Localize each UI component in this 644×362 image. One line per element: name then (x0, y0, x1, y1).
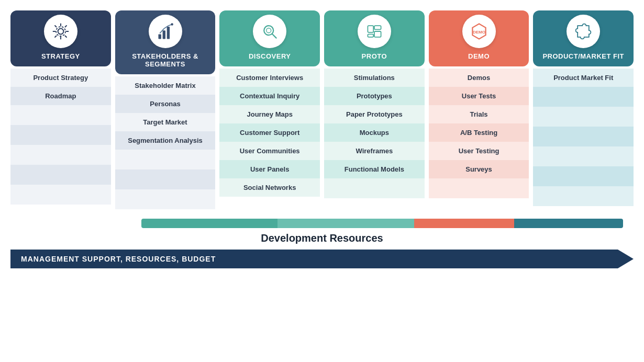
main-container: STRATEGY Product Strategy Roadmap (0, 0, 644, 268)
list-item (533, 107, 634, 127)
svg-rect-12 (368, 34, 373, 37)
svg-rect-4 (166, 27, 169, 39)
proto-items: Stimulations Prototypes Paper Prototypes… (324, 69, 425, 198)
list-item: Social Networks (219, 178, 320, 197)
svg-rect-11 (374, 31, 381, 37)
svg-rect-2 (158, 34, 161, 39)
proto-title: PROTO (359, 48, 391, 61)
discovery-title: DISCOVERY (246, 48, 294, 61)
pmf-items: Product Market Fit (533, 69, 634, 206)
svg-point-8 (267, 28, 271, 33)
list-item (533, 146, 634, 166)
arrow-bar: MANAGEMENT SUPPORT, RESOURCES, BUDGET (10, 250, 634, 268)
pb-segment-1 (141, 219, 277, 228)
pmf-title: PRODUCT/MARKET FIT (539, 48, 627, 61)
list-item: Stakeholder Matrix (115, 76, 216, 95)
list-item (115, 189, 216, 209)
list-item: Functional Models (324, 160, 425, 178)
list-item: Customer Support (219, 123, 320, 142)
list-item: Product Market Fit (533, 69, 634, 87)
col-header-stakeholders: STAKEHOLDERS & SEGMENTS (115, 10, 216, 74)
icon-circle-strategy (44, 15, 77, 48)
puzzle-icon (574, 22, 593, 41)
list-item: Surveys (429, 160, 529, 178)
pb-segment-3 (414, 219, 514, 228)
list-item: User Tests (429, 87, 529, 105)
column-discovery: DISCOVERY Customer Interviews Contextual… (219, 10, 320, 197)
list-item: Prototypes (324, 87, 425, 105)
column-strategy: STRATEGY Product Strategy Roadmap (10, 10, 111, 205)
col-header-demo: DEMO DEMO (429, 10, 529, 66)
icon-circle-discovery (253, 15, 286, 48)
list-item: Personas (115, 95, 216, 113)
gear-icon (51, 22, 70, 41)
stakeholders-items: Stakeholder Matrix Personas Target Marke… (115, 76, 216, 209)
list-item (533, 87, 634, 107)
svg-point-0 (58, 29, 63, 35)
list-item (10, 165, 111, 185)
demo-title: DEMO (465, 48, 493, 61)
demo-items: Demos User Tests Trials A/B Testing User… (429, 69, 529, 198)
pb-segment-2 (277, 219, 414, 228)
svg-rect-3 (162, 30, 165, 39)
column-stakeholders: STAKEHOLDERS & SEGMENTS Stakeholder Matr… (115, 10, 216, 209)
icon-circle-stakeholders (149, 15, 182, 48)
svg-point-5 (171, 23, 173, 26)
list-item: Wireframes (324, 142, 425, 160)
column-demo: DEMO DEMO Demos User Tests Trials A/B Te… (429, 10, 529, 198)
column-pmf: PRODUCT/MARKET FIT Product Market Fit (533, 10, 634, 206)
col-header-discovery: DISCOVERY (219, 10, 320, 66)
svg-rect-9 (368, 26, 373, 32)
arrow-bar-label: MANAGEMENT SUPPORT, RESOURCES, BUDGET (21, 255, 216, 263)
list-item: User Testing (429, 142, 529, 160)
svg-line-7 (272, 34, 276, 38)
list-item: Journey Maps (219, 105, 320, 123)
proto-icon (365, 22, 384, 41)
list-item: Segmentation Analysis (115, 131, 216, 150)
chart-icon (156, 22, 175, 41)
list-item (533, 127, 634, 146)
bottom-section: Development Resources MANAGEMENT SUPPORT… (10, 219, 634, 268)
progress-bar (141, 219, 623, 228)
list-item: User Panels (219, 160, 320, 178)
list-item: Customer Interviews (219, 69, 320, 87)
list-item: Trials (429, 105, 529, 123)
svg-text:DEMO: DEMO (472, 30, 485, 35)
list-item (429, 178, 529, 198)
col-header-proto: PROTO (324, 10, 425, 66)
list-item: Contextual Inquiry (219, 87, 320, 105)
list-item (533, 186, 634, 206)
list-item: User Communities (219, 142, 320, 160)
strategy-title: STRATEGY (38, 48, 83, 61)
stakeholders-title: STAKEHOLDERS & SEGMENTS (115, 48, 216, 69)
list-item (10, 185, 111, 205)
list-item: Demos (429, 69, 529, 87)
list-item (324, 178, 425, 198)
icon-circle-proto (358, 15, 391, 48)
svg-rect-10 (374, 26, 381, 29)
list-item (115, 150, 216, 169)
demo-icon: DEMO (470, 22, 488, 41)
icon-circle-demo: DEMO (462, 15, 496, 48)
search-icon (260, 22, 279, 41)
list-item: Target Market (115, 113, 216, 131)
list-item: A/B Testing (429, 123, 529, 142)
list-item (115, 169, 216, 189)
list-item: Roadmap (10, 87, 111, 105)
list-item (10, 145, 111, 165)
list-item (10, 125, 111, 145)
list-item (533, 166, 634, 186)
col-header-strategy: STRATEGY (10, 10, 111, 66)
list-item: Product Strategy (10, 69, 111, 87)
list-item: Paper Prototypes (324, 105, 425, 123)
col-header-pmf: PRODUCT/MARKET FIT (533, 10, 634, 66)
dev-resources-label: Development Resources (21, 232, 623, 244)
pb-segment-4 (514, 219, 623, 228)
columns-row: STRATEGY Product Strategy Roadmap (10, 10, 634, 209)
list-item (10, 105, 111, 125)
strategy-items: Product Strategy Roadmap (10, 69, 111, 205)
discovery-items: Customer Interviews Contextual Inquiry J… (219, 69, 320, 197)
list-item: Mockups (324, 123, 425, 142)
column-proto: PROTO Stimulations Prototypes Paper Prot… (324, 10, 425, 198)
list-item: Stimulations (324, 69, 425, 87)
